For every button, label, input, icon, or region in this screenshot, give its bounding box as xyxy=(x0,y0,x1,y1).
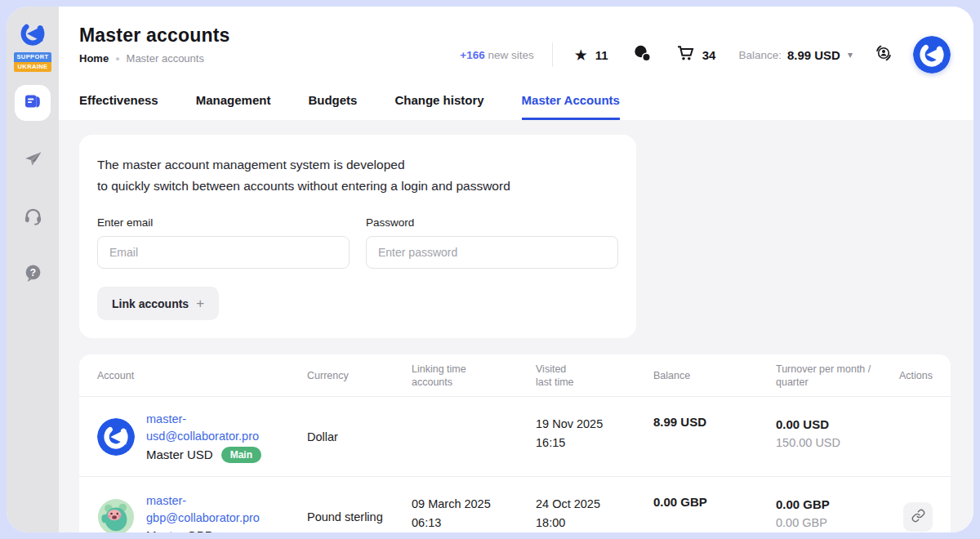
paper-plane-icon xyxy=(23,149,43,172)
document-icon xyxy=(23,91,42,114)
account-avatar-collaborator xyxy=(97,418,135,456)
star-icon: ★ xyxy=(574,47,588,63)
table-row: master- usd@collaborator.pro Master USD … xyxy=(79,397,951,477)
table-row: master- gbp@collaborator.pro Master GBP … xyxy=(79,477,951,532)
intro-line-1: The master account management system is … xyxy=(97,154,618,176)
sidebar-logo[interactable]: SUPPORT UKRAINE xyxy=(14,18,51,72)
account-avatar-monster xyxy=(97,498,135,532)
link-account-card: The master account management system is … xyxy=(79,135,636,338)
sidebar-item-support[interactable] xyxy=(15,199,51,235)
visited-cell: 19 Nov 2025 16:15 xyxy=(536,415,653,452)
cart-icon xyxy=(676,44,695,65)
collaborator-logo-icon xyxy=(15,18,51,56)
sidebar-item-help[interactable]: ? xyxy=(15,256,51,292)
chevron-down-icon: ▾ xyxy=(848,49,853,60)
account-name: Master USD xyxy=(146,448,213,461)
chain-link-icon xyxy=(911,509,925,525)
tab-change-history[interactable]: Change history xyxy=(394,93,483,120)
link-accounts-label: Link accounts xyxy=(112,297,189,310)
account-email-link[interactable]: gbp@collaborator.pro xyxy=(146,510,260,527)
account-email-link[interactable]: master- xyxy=(146,411,261,428)
headset-icon xyxy=(23,206,43,229)
chat-icon xyxy=(633,44,652,66)
email-label: Enter email xyxy=(97,216,350,229)
main-badge: Main xyxy=(221,447,261,463)
breadcrumb-separator: ● xyxy=(115,55,119,63)
balance-cell: 0.00 GBP xyxy=(653,495,776,509)
turnover-cell: 0.00 GBP 0.00 GBP xyxy=(776,495,898,532)
sidebar: SUPPORT UKRAINE xyxy=(7,7,59,532)
actions-cell xyxy=(903,502,933,532)
messages-button[interactable] xyxy=(633,44,652,66)
sidebar-item-referral[interactable] xyxy=(15,142,51,178)
intro-line-2: to quickly switch between accounts witho… xyxy=(97,176,618,197)
col-actions: Actions xyxy=(898,369,933,382)
tab-effectiveness[interactable]: Effectiveness xyxy=(79,93,158,120)
balance-value: 8.99 USD xyxy=(787,48,840,62)
tab-budgets[interactable]: Budgets xyxy=(308,93,357,120)
question-bubble-icon: ? xyxy=(23,263,43,287)
link-accounts-button[interactable]: Link accounts + xyxy=(97,287,219,320)
turnover-cell: 0.00 USD 150.00 USD xyxy=(776,415,898,452)
cart-count: 34 xyxy=(702,48,716,62)
new-sites-label: new sites xyxy=(488,49,534,61)
balance-dropdown[interactable]: Balance: 8.99 USD ▾ xyxy=(738,48,853,62)
col-currency: Currency xyxy=(307,369,412,382)
user-avatar[interactable] xyxy=(913,36,951,74)
col-turnover: Turnover per month /quarter xyxy=(776,363,898,389)
accounts-table: Account Currency Linking timeaccounts Vi… xyxy=(79,354,951,532)
visited-cell: 24 Oct 2025 18:00 xyxy=(536,495,653,532)
currency-cell: Pound sterling xyxy=(307,510,412,523)
support-label: SUPPORT xyxy=(14,52,51,62)
col-linking-time: Linking timeaccounts xyxy=(412,363,536,389)
support-ukraine-badge: SUPPORT UKRAINE xyxy=(14,52,51,72)
col-visited: Visitedlast time xyxy=(536,363,653,389)
new-sites-link[interactable]: +166 new sites xyxy=(460,49,533,61)
ukraine-label: UKRAINE xyxy=(14,62,51,72)
password-field[interactable] xyxy=(366,236,618,269)
breadcrumb-home-link[interactable]: Home xyxy=(79,52,109,65)
app-window: SUPPORT UKRAINE xyxy=(7,7,973,532)
account-email-link[interactable]: master- xyxy=(146,492,260,510)
col-account: Account xyxy=(97,369,307,382)
tab-management[interactable]: Management xyxy=(196,93,271,120)
plus-icon: + xyxy=(196,296,204,310)
linking-time-cell: 09 March 2025 06:13 xyxy=(412,495,536,532)
email-field[interactable] xyxy=(97,236,350,269)
password-label: Password xyxy=(366,216,618,229)
link-account-action-button[interactable] xyxy=(903,502,933,532)
sidebar-item-projects[interactable] xyxy=(15,85,51,121)
switch-account-button[interactable] xyxy=(874,43,893,66)
cart-button[interactable]: 34 xyxy=(676,44,716,65)
col-balance: Balance xyxy=(653,369,776,382)
balance-label: Balance: xyxy=(738,49,782,61)
table-header-row: Account Currency Linking timeaccounts Vi… xyxy=(79,354,951,397)
new-sites-count: +166 xyxy=(460,49,484,61)
tab-bar: Effectiveness Management Budgets Change … xyxy=(79,93,951,120)
svg-text:?: ? xyxy=(29,266,35,278)
header-divider xyxy=(552,42,553,67)
content-area: The master account management system is … xyxy=(59,120,973,532)
page-title: Master accounts xyxy=(79,24,230,47)
balance-cell: 8.99 USD xyxy=(653,415,776,429)
currency-cell: Dollar xyxy=(307,430,412,443)
account-name: Master GBP xyxy=(146,528,213,533)
breadcrumb: Home ● Master accounts xyxy=(79,52,230,65)
page-header: Master accounts Home ● Master accounts +… xyxy=(59,7,973,120)
account-email-link[interactable]: usd@collaborator.pro xyxy=(146,428,261,445)
tab-master-accounts[interactable]: Master Accounts xyxy=(522,93,620,120)
breadcrumb-current: Master accounts xyxy=(127,52,204,65)
favorites-count: 11 xyxy=(595,48,608,62)
switch-account-icon xyxy=(874,43,893,66)
favorites-button[interactable]: ★ 11 xyxy=(574,47,608,63)
